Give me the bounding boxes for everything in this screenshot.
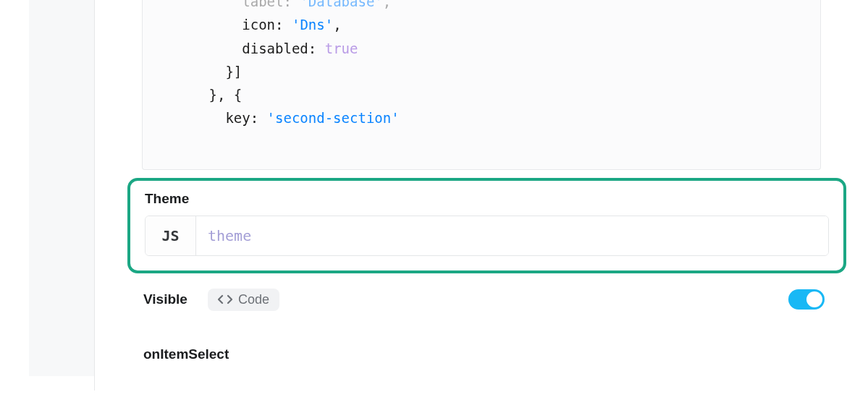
- code-pill-label: Code: [238, 292, 269, 307]
- js-badge[interactable]: JS: [146, 216, 196, 255]
- theme-label: Theme: [145, 191, 829, 207]
- visible-label: Visible: [143, 291, 187, 307]
- code-editor[interactable]: label: 'Database', icon: 'Dns', disabled…: [142, 0, 821, 170]
- code-toggle-button[interactable]: Code: [208, 289, 279, 311]
- code-text: label: 'Database', icon: 'Dns', disabled…: [143, 0, 820, 130]
- visible-toggle[interactable]: [788, 289, 825, 310]
- on-item-select-label: onItemSelect: [143, 346, 229, 362]
- visible-row: Visible Code: [143, 285, 825, 314]
- sidebar-strip: [29, 0, 94, 376]
- code-icon: [218, 294, 232, 304]
- theme-section: Theme JS: [127, 178, 846, 273]
- content-panel: label: 'Database', icon: 'Dns', disabled…: [95, 0, 868, 405]
- theme-input[interactable]: [196, 216, 828, 255]
- theme-input-wrap: JS: [145, 216, 829, 256]
- toggle-knob: [806, 291, 822, 307]
